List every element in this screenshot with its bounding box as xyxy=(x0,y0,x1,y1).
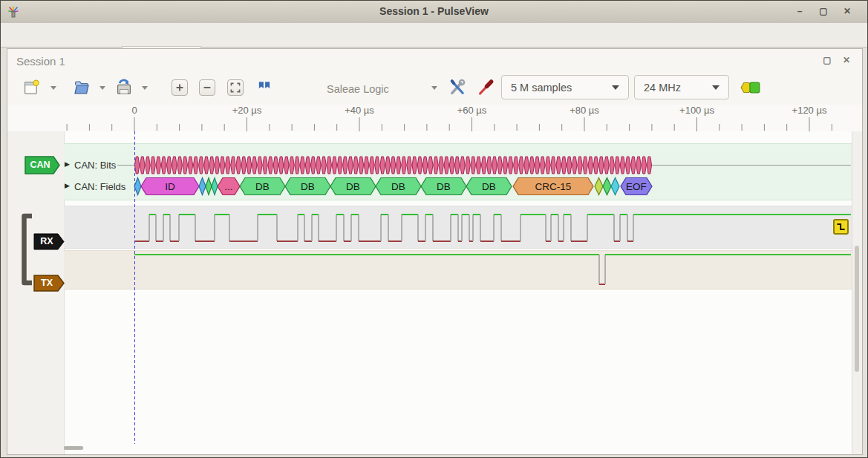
open-button[interactable] xyxy=(73,79,91,96)
zoom-out-button[interactable] xyxy=(199,79,215,96)
zoom-fit-button[interactable] xyxy=(227,79,244,96)
cursors-flags-icon xyxy=(256,79,273,96)
save-icon xyxy=(115,79,133,96)
device-dropdown-icon[interactable] xyxy=(431,86,437,90)
vertical-scrollbar-handle[interactable] xyxy=(855,246,859,372)
pulseview-window: Session 1 - PulseView – ▢ ✕ Run xyxy=(0,0,868,458)
sample-count-select[interactable]: 5 M samples xyxy=(501,75,629,99)
title-bar[interactable]: Session 1 - PulseView – ▢ ✕ xyxy=(1,1,867,24)
ruler-label: +20 µs xyxy=(232,105,262,116)
trigger-marker-falling-icon[interactable] xyxy=(833,219,849,235)
show-cursors-button[interactable] xyxy=(255,79,273,96)
expander-icon[interactable]: ▶ xyxy=(65,182,70,189)
sample-rate-dropdown-icon xyxy=(712,85,719,90)
sample-count-dropdown-icon xyxy=(612,85,619,90)
decoder-row-label-fields: CAN: Fields xyxy=(74,181,125,192)
open-folder-icon xyxy=(73,79,91,96)
decoder-tag-can[interactable]: CAN xyxy=(25,160,55,170)
configure-device-button[interactable] xyxy=(448,78,466,96)
sample-rate-value: 24 MHz xyxy=(644,82,681,94)
zoom-out-icon xyxy=(201,82,213,94)
add-decoder-button[interactable] xyxy=(740,79,762,96)
ruler-label: +60 µs xyxy=(457,105,487,116)
horizontal-scrollbar-handle[interactable] xyxy=(64,446,83,450)
main-toolbar: Run Session 1 ✕ xyxy=(1,23,867,48)
configure-device-icon xyxy=(448,77,466,96)
probe-icon xyxy=(477,77,495,96)
save-dropdown-icon[interactable] xyxy=(142,86,148,90)
ruler-label: +120 µs xyxy=(792,105,827,116)
decoder-trace-background xyxy=(64,143,852,200)
ruler-label: +100 µs xyxy=(679,105,714,116)
ruler-label: +80 µs xyxy=(570,105,599,116)
minimize-button[interactable]: – xyxy=(792,6,808,18)
configure-channels-button[interactable] xyxy=(477,78,495,96)
new-view-dropdown-icon[interactable] xyxy=(50,86,56,90)
open-dropdown-icon[interactable] xyxy=(99,86,105,90)
channel-tag-rx[interactable]: RX xyxy=(34,236,59,246)
zoom-in-icon xyxy=(174,82,186,94)
ruler-label: 0 xyxy=(131,105,137,116)
ruler-label: +40 µs xyxy=(345,105,374,116)
save-button[interactable] xyxy=(115,79,133,96)
channel-tag-tx[interactable]: TX xyxy=(34,278,59,288)
device-select-value[interactable]: Saleae Logic xyxy=(327,83,389,95)
add-decoder-icon xyxy=(740,79,761,96)
decoder-row-label-bits: CAN: Bits xyxy=(74,160,116,171)
channel-label-gutter xyxy=(7,131,65,454)
rx-trace-background xyxy=(64,206,852,249)
zoom-in-button[interactable] xyxy=(172,79,188,96)
window-title: Session 1 - PulseView xyxy=(1,5,867,17)
dock-close-button[interactable]: ✕ xyxy=(840,55,853,67)
time-ruler[interactable]: 0+20 µs+40 µs+60 µs+80 µs+100 µs+120 µs xyxy=(7,105,862,131)
maximize-button[interactable]: ▢ xyxy=(815,6,832,18)
dock-title: Session 1 xyxy=(16,55,65,68)
dock-float-button[interactable]: ▢ xyxy=(820,55,834,67)
expander-icon[interactable]: ▶ xyxy=(65,160,70,168)
sample-rate-select[interactable]: 24 MHz xyxy=(634,75,729,99)
window-bottom-strip xyxy=(1,455,867,458)
new-view-icon xyxy=(22,79,40,96)
close-button[interactable]: ✕ xyxy=(839,6,855,18)
new-view-button[interactable] xyxy=(22,79,40,96)
zoom-fit-icon xyxy=(229,82,241,94)
tx-trace-background xyxy=(64,250,852,289)
sample-count-value: 5 M samples xyxy=(511,82,572,94)
